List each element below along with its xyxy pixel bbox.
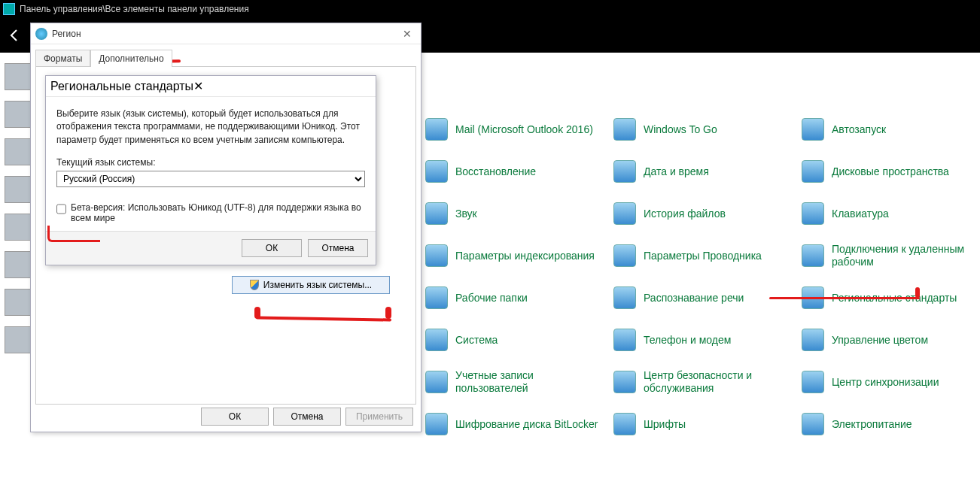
- dialog-title: Региональные стандарты: [50, 80, 193, 93]
- strip-icon: [5, 138, 32, 165]
- strip-icon: [5, 63, 32, 90]
- cp-item-label: Подключения к удаленным рабочим: [832, 243, 980, 268]
- dialog-titlebar: Региональные стандарты ✕: [46, 76, 376, 97]
- cp-item-file-history[interactable]: История файлов: [613, 197, 794, 230]
- cp-item-remote-desktop[interactable]: Подключения к удаленным рабочим: [802, 239, 980, 272]
- cp-item-label: Система: [455, 334, 498, 347]
- remote-desktop-icon: [802, 244, 824, 267]
- color-mgmt-icon: [802, 329, 824, 351]
- ok-button[interactable]: ОК: [201, 408, 269, 426]
- cp-item-label: Шрифты: [644, 418, 686, 431]
- strip-icon: [5, 251, 32, 278]
- close-button[interactable]: ✕: [398, 28, 416, 40]
- current-locale-label: Текущий язык системы:: [56, 157, 365, 168]
- cancel-button[interactable]: Отмена: [308, 239, 368, 257]
- dialog-button-row: ОК Отмена: [46, 231, 376, 265]
- apply-button[interactable]: Применить: [345, 408, 413, 426]
- region-icon: [802, 286, 824, 309]
- tab-strip: Форматы Дополнительно: [35, 49, 416, 66]
- cp-item-label: Региональные стандарты: [832, 292, 957, 305]
- user-accounts-icon: [425, 371, 448, 393]
- cp-item-power[interactable]: Электропитание: [802, 408, 980, 441]
- system-locale-select[interactable]: Русский (Россия): [56, 171, 365, 187]
- cp-item-label: Рабочие папки: [455, 292, 528, 305]
- cp-item-explorer-options[interactable]: Параметры Проводника: [613, 239, 794, 272]
- cp-item-fonts[interactable]: Шрифты: [613, 408, 794, 441]
- description-text: Выберите язык (язык системы), который бу…: [56, 108, 365, 147]
- speech-icon: [613, 286, 636, 309]
- cp-item-color-mgmt[interactable]: Управление цветом: [802, 323, 980, 356]
- cp-item-label: Windows To Go: [644, 123, 717, 136]
- recovery-icon: [425, 160, 448, 183]
- security-maint-icon: [613, 371, 636, 393]
- control-panel-grid: Mail (Microsoft Outlook 2016)Windows To …: [425, 113, 972, 441]
- cp-item-sound[interactable]: Звук: [425, 197, 606, 230]
- work-folders-icon: [425, 286, 448, 309]
- globe-icon: [35, 28, 47, 40]
- dialog-titlebar: Регион ✕: [31, 23, 421, 44]
- sync-center-icon: [802, 371, 824, 393]
- mail-icon: [425, 118, 448, 141]
- explorer-options-icon: [613, 244, 636, 267]
- cp-item-security-maint[interactable]: Центр безопасности и обслуживания: [613, 365, 794, 399]
- cp-item-region[interactable]: Региональные стандарты: [802, 281, 980, 314]
- cp-item-sync-center[interactable]: Центр синхронизации: [802, 365, 980, 399]
- cp-item-work-folders[interactable]: Рабочие папки: [425, 281, 606, 314]
- cp-item-speech[interactable]: Распознавание речи: [613, 281, 794, 314]
- cp-item-label: Шифрование диска BitLocker: [455, 418, 598, 431]
- strip-icon: [5, 176, 32, 203]
- beta-utf8-row: Бета-версия: Использовать Юникод (UTF-8)…: [56, 202, 365, 223]
- cp-item-label: История файлов: [644, 208, 726, 220]
- cp-item-recovery[interactable]: Восстановление: [425, 155, 606, 188]
- cp-item-keyboard[interactable]: Клавиатура: [802, 197, 980, 230]
- cp-item-label: Электропитание: [832, 418, 912, 431]
- close-button[interactable]: ✕: [193, 79, 203, 93]
- arrow-left-icon: [8, 28, 23, 43]
- cp-item-label: Телефон и модем: [644, 334, 731, 347]
- fonts-icon: [613, 413, 636, 435]
- cp-item-autoplay[interactable]: Автозапуск: [802, 113, 980, 146]
- system-locale-dialog: Региональные стандарты ✕ Выберите язык (…: [45, 75, 376, 265]
- cp-item-bitlocker[interactable]: Шифрование диска BitLocker: [425, 408, 606, 441]
- cp-item-date-time[interactable]: Дата и время: [613, 155, 794, 188]
- cp-item-system[interactable]: Система: [425, 323, 606, 356]
- cp-item-label: Восстановление: [455, 165, 536, 178]
- change-system-locale-button[interactable]: Изменить язык системы...: [232, 276, 390, 294]
- shield-icon: [250, 280, 259, 290]
- ok-button[interactable]: ОК: [242, 239, 302, 257]
- cancel-button[interactable]: Отмена: [273, 408, 341, 426]
- cp-item-indexing[interactable]: Параметры индексирования: [425, 239, 606, 272]
- cp-item-mail[interactable]: Mail (Microsoft Outlook 2016): [425, 113, 606, 146]
- dialog-button-row: ОК Отмена Применить: [201, 408, 413, 426]
- cp-item-label: Параметры Проводника: [644, 250, 762, 262]
- title-bar: Панель управления\Все элементы панели уп…: [0, 0, 980, 18]
- autoplay-icon: [802, 118, 824, 141]
- dialog-body: Выберите язык (язык системы), который бу…: [46, 97, 376, 231]
- back-button[interactable]: [0, 20, 30, 50]
- cp-item-label: Параметры индексирования: [455, 250, 595, 262]
- cp-item-label: Клавиатура: [832, 208, 889, 220]
- cp-item-label: Учетные записи пользователей: [455, 369, 606, 395]
- tab-advanced[interactable]: Дополнительно: [90, 50, 172, 67]
- cp-item-storage-spaces[interactable]: Дисковые пространства: [802, 155, 980, 188]
- cp-item-label: Автозапуск: [832, 123, 886, 136]
- cp-item-label: Центр синхронизации: [832, 376, 939, 389]
- strip-icon: [5, 214, 32, 241]
- cp-item-user-accounts[interactable]: Учетные записи пользователей: [425, 365, 606, 399]
- storage-spaces-icon: [802, 160, 824, 183]
- cp-item-windows-to-go[interactable]: Windows To Go: [613, 113, 794, 146]
- cp-item-label: Звук: [455, 208, 477, 220]
- strip-icon: [5, 289, 32, 316]
- beta-utf8-label: Бета-версия: Использовать Юникод (UTF-8)…: [71, 202, 365, 223]
- phone-modem-icon: [613, 329, 636, 351]
- dialog-title: Регион: [52, 29, 81, 39]
- change-system-locale-label: Изменить язык системы...: [263, 280, 372, 290]
- system-icon: [425, 329, 448, 351]
- beta-utf8-checkbox[interactable]: [56, 204, 66, 214]
- sound-icon: [425, 202, 448, 225]
- cp-item-phone-modem[interactable]: Телефон и модем: [613, 323, 794, 356]
- tab-formats[interactable]: Форматы: [35, 50, 90, 67]
- file-history-icon: [613, 202, 636, 225]
- strip-icon: [5, 326, 32, 353]
- cp-item-label: Mail (Microsoft Outlook 2016): [455, 123, 593, 136]
